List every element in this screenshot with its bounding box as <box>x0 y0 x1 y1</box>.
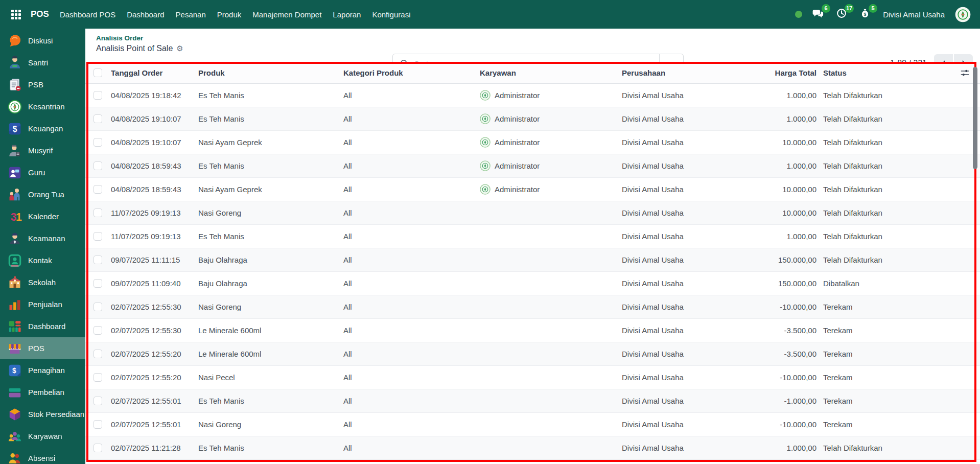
table-row[interactable]: 09/07/2025 11:09:40Baju OlahragaAllDivis… <box>85 272 980 295</box>
sidebar-item-label: Kalender <box>28 212 59 221</box>
cell-harga-total: -10.000,00 <box>757 373 816 382</box>
menu-item-dashboard[interactable]: Dashboard <box>121 7 170 22</box>
sidebar-item-santri[interactable]: Santri <box>0 52 85 74</box>
table-row[interactable]: 02/07/2025 12:55:20Le Minerale 600mlAllD… <box>85 342 980 366</box>
penjualan-icon <box>7 297 22 312</box>
sidebar-item-karyawan[interactable]: Karyawan <box>0 425 85 447</box>
row-checkbox[interactable] <box>94 161 102 170</box>
sidebar-item-keamanan[interactable]: Keamanan <box>0 227 85 249</box>
menu-item-laporan[interactable]: Laporan <box>327 7 366 22</box>
cell-harga-total: 150.000,00 <box>757 279 816 288</box>
cell-produk: Baju Olahraga <box>198 279 343 288</box>
cell-status: Telah Difakturkan <box>823 208 949 217</box>
sidebar-item-orang-tua[interactable]: Orang Tua <box>0 183 85 205</box>
row-checkbox[interactable] <box>94 420 102 429</box>
sidebar-item-label: Karyawan <box>28 432 62 440</box>
sidebar-item-pos[interactable]: POS <box>0 337 85 359</box>
row-checkbox[interactable] <box>94 232 102 241</box>
row-checkbox[interactable] <box>94 256 102 264</box>
table-row[interactable]: 11/07/2025 09:19:13Nasi GorengAllDivisi … <box>85 201 980 225</box>
sidebar-item-musyrif[interactable]: Musyrif <box>0 140 85 161</box>
sidebar-item-kesantrian[interactable]: Kesantrian <box>0 96 85 118</box>
row-checkbox[interactable] <box>94 397 102 405</box>
table-row[interactable]: 04/08/2025 19:10:07Es Teh ManisAllAdmini… <box>85 107 980 131</box>
cell-kategori-produk: All <box>343 303 480 311</box>
row-checkbox[interactable] <box>94 444 102 452</box>
sidebar-item-sekolah[interactable]: Sekolah <box>0 271 85 293</box>
sidebar-item-kontak[interactable]: Kontak <box>0 249 85 271</box>
breadcrumb-link[interactable]: Analisis Order <box>96 34 143 42</box>
row-checkbox[interactable] <box>94 279 102 288</box>
table-row[interactable]: 02/07/2025 12:55:01Nasi GorengAllDivisi … <box>85 413 980 436</box>
row-checkbox[interactable] <box>94 208 102 217</box>
apps-grid-icon[interactable] <box>7 6 25 23</box>
menu-item-dashboard-pos[interactable]: Dashboard POS <box>54 7 121 22</box>
column-header-harga-total[interactable]: Harga Total <box>757 68 816 77</box>
sidebar-item-label: Absensi <box>28 454 55 462</box>
activities-clock-icon[interactable]: 17 <box>836 8 849 21</box>
table-row[interactable]: 11/07/2025 09:19:13Es Teh ManisAllDivisi… <box>85 225 980 248</box>
sidebar-item-label: Guru <box>28 168 45 177</box>
sidebar-item-pembelian[interactable]: Pembelian <box>0 381 85 403</box>
column-header-produk[interactable]: Produk <box>198 68 343 77</box>
cell-tanggal-order: 02/07/2025 12:55:01 <box>111 420 198 429</box>
cell-produk: Es Teh Manis <box>198 232 343 241</box>
menu-item-konfigurasi[interactable]: Konfigurasi <box>366 7 416 22</box>
table-row[interactable]: 02/07/2025 12:55:01Es Teh ManisAllDivisi… <box>85 389 980 413</box>
table-row[interactable]: 04/08/2025 18:59:43Es Teh ManisAllAdmini… <box>85 154 980 178</box>
table-row[interactable]: 04/08/2025 19:10:07Nasi Ayam GeprekAllAd… <box>85 131 980 154</box>
table-row[interactable]: 02/07/2025 12:55:30Nasi GorengAllDivisi … <box>85 295 980 319</box>
row-checkbox[interactable] <box>94 303 102 311</box>
table-row[interactable]: 09/07/2025 11:11:15Baju OlahragaAllDivis… <box>85 248 980 272</box>
row-checkbox[interactable] <box>94 326 102 335</box>
row-checkbox[interactable] <box>94 373 102 382</box>
employee-name: Administrator <box>495 161 540 170</box>
sidebar-item-label: PSB <box>28 80 43 89</box>
sidebar-item-absensi[interactable]: Absensi <box>0 447 85 464</box>
column-header-karyawan[interactable]: Karyawan <box>480 68 622 77</box>
messages-icon[interactable]: 6 <box>812 8 826 21</box>
row-checkbox[interactable] <box>94 185 102 194</box>
table-row[interactable]: 04/08/2025 19:18:42Es Teh ManisAllAdmini… <box>85 84 980 107</box>
column-header-perusahaan[interactable]: Perusahaan <box>622 68 757 77</box>
menu-item-pesanan[interactable]: Pesanan <box>170 7 212 22</box>
row-checkbox[interactable] <box>94 91 102 100</box>
cell-status: Terekam <box>823 420 949 429</box>
sidebar-item-dashboard[interactable]: Dashboard <box>0 315 85 337</box>
sidebar-item-label: Stok Persediaan <box>28 410 84 419</box>
menu-item-produk[interactable]: Produk <box>212 7 247 22</box>
sidebar-item-penjualan[interactable]: Penjualan <box>0 293 85 315</box>
action-gear-icon[interactable]: ⚙ <box>176 44 183 53</box>
column-header-tanggal-order[interactable]: Tanggal Order <box>111 68 198 77</box>
cell-perusahaan: Divisi Amal Usaha <box>622 279 757 288</box>
sidebar-item-stok-persediaan[interactable]: Stok Persediaan <box>0 403 85 425</box>
column-header-kategori-produk[interactable]: Kategori Produk <box>343 68 480 77</box>
menu-item-manajemen-dompet[interactable]: Manajemen Dompet <box>247 7 327 22</box>
company-switcher[interactable]: Divisi Amal Usaha <box>883 10 945 19</box>
row-checkbox[interactable] <box>94 350 102 358</box>
row-checkbox[interactable] <box>94 114 102 123</box>
cell-status: Terekam <box>823 326 949 335</box>
column-header-status[interactable]: Status <box>823 68 949 77</box>
sidebar-item-guru[interactable]: Guru <box>0 161 85 183</box>
app-name[interactable]: POS <box>31 9 49 19</box>
vertical-scrollbar[interactable] <box>973 67 977 169</box>
optional-columns-sliders-icon[interactable] <box>960 68 970 78</box>
select-all-checkbox[interactable] <box>94 68 102 77</box>
sidebar-item-diskusi[interactable]: Diskusi <box>0 30 85 52</box>
cell-tanggal-order: 04/08/2025 18:59:43 <box>111 185 198 194</box>
table-row[interactable]: 04/08/2025 18:59:43Nasi Ayam GeprekAllAd… <box>85 178 980 201</box>
musyrif-icon <box>7 143 22 158</box>
user-avatar[interactable] <box>955 7 971 22</box>
sidebar-item-psb[interactable]: PSB <box>0 74 85 96</box>
sidebar-item-keuangan[interactable]: $Keuangan <box>0 118 85 140</box>
wallet-moneybag-icon[interactable]: $ 5 <box>859 8 873 21</box>
sidebar-item-label: Keuangan <box>28 124 63 133</box>
sidebar-item-kalender[interactable]: 31Kalender <box>0 205 85 227</box>
table-row[interactable]: 02/07/2025 11:21:28Es Teh ManisAllDivisi… <box>85 436 980 460</box>
sidebar-item-penagihan[interactable]: $Penagihan <box>0 359 85 381</box>
table-row[interactable]: 02/07/2025 12:55:30Le Minerale 600mlAllD… <box>85 319 980 342</box>
activities-badge: 17 <box>845 4 854 13</box>
table-row[interactable]: 02/07/2025 12:55:20Nasi PecelAllDivisi A… <box>85 366 980 389</box>
row-checkbox[interactable] <box>94 138 102 147</box>
